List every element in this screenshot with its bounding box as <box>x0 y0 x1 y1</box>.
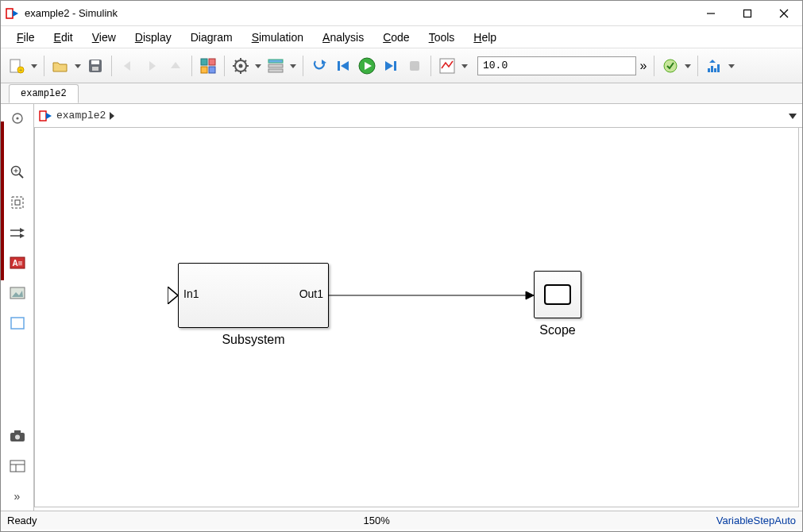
svg-marker-50 <box>728 64 735 68</box>
svg-marker-42 <box>461 64 468 68</box>
sample-time-icon[interactable] <box>6 222 29 244</box>
toolbar-separator <box>111 56 112 76</box>
toolbar-separator <box>430 56 431 76</box>
model-config-button[interactable] <box>230 55 252 77</box>
statusbar: Ready 150% VariableStepAuto <box>1 511 802 530</box>
data-inspector-button[interactable] <box>436 55 458 77</box>
model-tab[interactable]: example2 <box>9 84 79 103</box>
svg-line-54 <box>19 174 23 178</box>
svg-rect-58 <box>15 200 20 205</box>
menu-diagram[interactable]: Diagram <box>181 29 242 46</box>
library-browser-button[interactable] <box>197 55 219 77</box>
svg-rect-46 <box>711 66 713 72</box>
svg-point-19 <box>239 64 243 67</box>
data-inspector-dropdown[interactable] <box>460 63 469 69</box>
toolbar-separator <box>654 56 654 76</box>
build-dropdown[interactable] <box>727 63 736 69</box>
new-model-dropdown[interactable] <box>29 63 39 69</box>
status-zoom[interactable]: 150% <box>37 515 716 526</box>
step-back-button[interactable] <box>332 55 354 77</box>
menu-edit[interactable]: Edit <box>44 29 83 46</box>
menu-tools[interactable]: Tools <box>419 29 465 46</box>
breadcrumb-dropdown-icon[interactable] <box>788 112 797 120</box>
model-explorer-dropdown[interactable] <box>288 63 298 69</box>
status-state: Ready <box>7 515 37 526</box>
up-button[interactable] <box>164 55 187 77</box>
palette: A≡ » <box>1 104 34 511</box>
model-explorer-button[interactable] <box>264 55 287 77</box>
stop-time-input[interactable] <box>477 56 636 75</box>
area-icon[interactable] <box>6 312 29 334</box>
model-browser-icon[interactable] <box>6 455 29 477</box>
svg-rect-31 <box>268 69 283 72</box>
annotation-icon[interactable]: A≡ <box>6 252 29 274</box>
menu-code[interactable]: Code <box>373 29 419 46</box>
svg-marker-44 <box>685 64 691 68</box>
titlebar: example2 - Simulink <box>1 1 802 26</box>
breadcrumb-arrow-icon <box>109 111 115 121</box>
back-button[interactable] <box>117 55 139 77</box>
status-solver[interactable]: VariableStepAuto <box>716 515 796 526</box>
fit-view-icon[interactable] <box>6 191 29 214</box>
svg-marker-10 <box>75 64 81 68</box>
svg-rect-0 <box>6 9 13 18</box>
palette-expand[interactable]: » <box>6 485 29 507</box>
window-title: example2 - Simulink <box>25 7 693 19</box>
svg-line-24 <box>235 60 237 62</box>
screenshot-icon[interactable] <box>6 425 29 447</box>
open-dropdown[interactable] <box>73 63 83 69</box>
signal-line[interactable] <box>329 291 535 301</box>
svg-rect-16 <box>201 67 207 73</box>
menu-analysis[interactable]: Analysis <box>313 29 373 46</box>
simulink-app-icon <box>6 6 20 21</box>
menubar: File Edit View Display Diagram Simulatio… <box>1 26 802 48</box>
menu-view[interactable]: View <box>83 29 125 46</box>
menu-simulation[interactable]: Simulation <box>242 29 313 46</box>
svg-rect-69 <box>14 430 21 434</box>
menu-help[interactable]: Help <box>464 29 506 46</box>
svg-rect-40 <box>410 61 419 71</box>
canvas[interactable]: In1 Out1 Subsystem Scope <box>34 128 799 507</box>
toolbar-separator <box>303 56 303 76</box>
svg-rect-39 <box>394 61 396 71</box>
image-icon[interactable] <box>6 282 29 304</box>
model-config-dropdown[interactable] <box>253 63 263 69</box>
svg-rect-14 <box>201 59 207 65</box>
svg-marker-60 <box>20 228 25 233</box>
scope-block[interactable]: Scope <box>534 271 581 337</box>
svg-rect-74 <box>40 111 46 121</box>
model-icon <box>39 109 53 123</box>
close-button[interactable] <box>766 1 802 26</box>
open-button[interactable] <box>49 55 71 77</box>
build-button[interactable] <box>703 55 725 77</box>
svg-marker-75 <box>46 113 52 119</box>
subsystem-block[interactable]: In1 Out1 Subsystem <box>178 263 329 347</box>
breadcrumb: example2 <box>34 104 802 128</box>
run-button[interactable] <box>356 55 378 77</box>
svg-rect-34 <box>338 61 340 71</box>
svg-text:+: + <box>19 67 23 74</box>
toolbar-overflow[interactable]: » <box>638 59 649 73</box>
update-diagram-button[interactable] <box>308 55 330 77</box>
hide-browser-icon[interactable] <box>6 107 29 129</box>
menu-display[interactable]: Display <box>125 29 181 46</box>
zoom-in-icon[interactable] <box>6 161 29 183</box>
svg-marker-38 <box>385 61 393 71</box>
svg-rect-71 <box>10 461 25 472</box>
maximize-button[interactable] <box>729 1 766 26</box>
stop-button[interactable] <box>403 55 426 77</box>
svg-rect-29 <box>268 60 283 63</box>
new-model-button[interactable]: + <box>6 55 28 77</box>
save-button[interactable] <box>84 55 106 77</box>
advisor-dropdown[interactable] <box>683 63 693 69</box>
forward-button[interactable] <box>141 55 163 77</box>
svg-rect-45 <box>708 68 710 72</box>
breadcrumb-model[interactable]: example2 <box>56 110 106 121</box>
advisor-button[interactable] <box>659 55 681 77</box>
minimize-button[interactable] <box>693 1 729 26</box>
svg-rect-15 <box>209 59 215 65</box>
inport-label: In1 <box>183 287 199 300</box>
step-forward-button[interactable] <box>380 55 402 77</box>
menu-file[interactable]: File <box>7 29 44 46</box>
outport-label: Out1 <box>299 287 323 300</box>
